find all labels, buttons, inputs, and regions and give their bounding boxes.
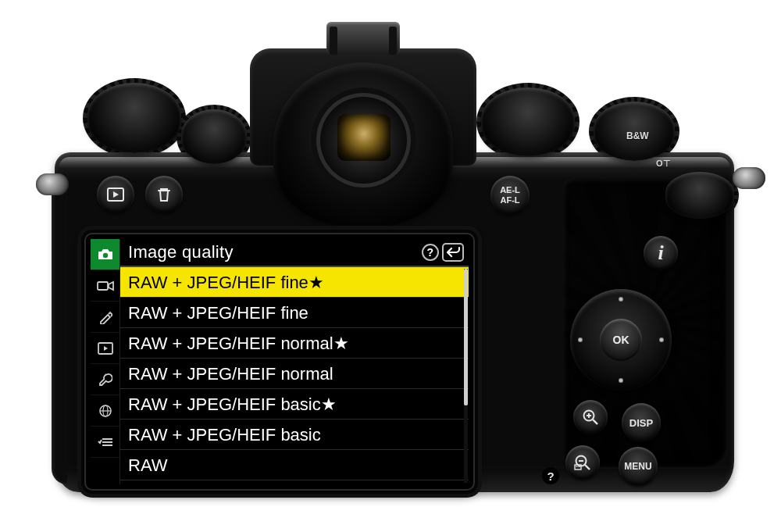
mymenu-icon — [98, 437, 113, 448]
magnify-minus-icon — [574, 454, 591, 471]
dpad-up[interactable] — [619, 297, 623, 302]
rear-command-dial[interactable] — [665, 172, 734, 219]
svg-line-3 — [593, 420, 597, 424]
help-icon[interactable]: ? — [422, 244, 439, 261]
tab-playback[interactable] — [91, 333, 119, 364]
bw-label: B&W — [626, 131, 649, 141]
svg-marker-16 — [104, 346, 108, 351]
disp-button[interactable]: DISP — [622, 403, 661, 442]
magnify-plus-icon — [582, 409, 599, 426]
menu-header: Image quality ? — [120, 239, 469, 267]
menu-item[interactable]: RAW — [120, 450, 469, 480]
tab-video[interactable] — [91, 270, 119, 302]
pencil-icon — [98, 310, 112, 324]
menu-button[interactable]: MENU — [619, 447, 658, 486]
menu-item[interactable]: RAW + JPEG/HEIF basic★ — [120, 389, 469, 420]
playback-button[interactable] — [97, 176, 134, 213]
multi-selector[interactable]: OK — [570, 289, 672, 391]
i-menu-button[interactable]: i — [644, 236, 678, 270]
tab-mymenu[interactable] — [91, 427, 119, 458]
play-rect-icon — [98, 342, 113, 355]
dpad-down[interactable] — [619, 378, 623, 383]
strap-lug-right — [733, 167, 765, 189]
hotshoe — [326, 22, 400, 55]
menu-title: Image quality — [128, 244, 417, 261]
ael-afl-button[interactable]: AE-L AF-L — [490, 176, 530, 215]
menu-list: RAW + JPEG/HEIF fine★RAW + JPEG/HEIF fin… — [120, 267, 469, 484]
menu-item[interactable]: RAW + JPEG/HEIF basic — [120, 420, 469, 450]
tab-network[interactable] — [91, 395, 119, 427]
dpad-right[interactable] — [659, 337, 664, 342]
iso-dial[interactable] — [87, 83, 181, 153]
menu-item[interactable]: RAW + JPEG/HEIF normal★ — [120, 328, 469, 359]
svg-marker-14 — [109, 282, 113, 290]
tab-custom[interactable] — [91, 302, 119, 333]
shutter-dial[interactable] — [481, 87, 575, 156]
zoom-in-button[interactable] — [573, 400, 608, 434]
scrollbar-thumb[interactable] — [464, 269, 468, 405]
lcd-screen: Image quality ? RAW + JPEG/HEIF fine★RAW… — [84, 233, 475, 491]
svg-rect-10 — [576, 466, 578, 467]
tab-photo[interactable] — [91, 239, 119, 270]
exposure-dial[interactable] — [181, 109, 247, 164]
svg-rect-11 — [579, 466, 580, 467]
menu-item[interactable]: RAW + JPEG/HEIF fine — [120, 298, 469, 328]
viewfinder-glass — [337, 114, 390, 161]
menu-item[interactable]: RAW + JPEG/HEIF fine★ — [120, 267, 469, 298]
svg-point-12 — [102, 252, 107, 257]
svg-marker-1 — [113, 191, 119, 198]
menu-side-tabs — [91, 239, 120, 484]
dpad-left[interactable] — [578, 337, 583, 342]
camera-icon — [97, 248, 114, 261]
menu-pane: Image quality ? RAW + JPEG/HEIF fine★RAW… — [120, 239, 469, 484]
lock-label: O⊤ — [656, 159, 671, 168]
back-button[interactable] — [442, 243, 464, 262]
wrench-icon — [98, 373, 112, 387]
play-icon — [107, 187, 124, 202]
menu-item[interactable]: RAW + JPEG/HEIF normal — [120, 359, 469, 389]
scrollbar[interactable] — [464, 269, 468, 483]
zoom-out-button[interactable] — [565, 445, 600, 480]
ok-button[interactable]: OK — [600, 319, 642, 361]
delete-button[interactable] — [145, 176, 183, 213]
grip-left — [52, 172, 67, 484]
back-arrow-icon — [446, 246, 460, 259]
svg-line-7 — [585, 465, 590, 470]
strap-lug-left — [36, 173, 69, 195]
svg-rect-13 — [98, 282, 108, 290]
tab-setup[interactable] — [91, 364, 119, 395]
help-label: ? — [542, 467, 559, 484]
video-icon — [97, 280, 114, 292]
trash-icon — [157, 187, 171, 202]
globe-icon — [98, 404, 112, 418]
